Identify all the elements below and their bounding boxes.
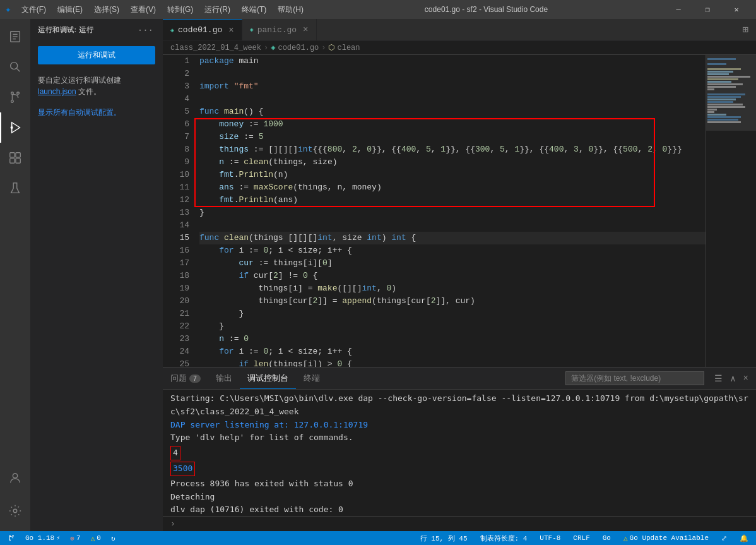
line-ending-status[interactable]: CRLF: [570, 534, 592, 542]
extensions-icon[interactable]: [0, 143, 30, 173]
minimap[interactable]: [706, 55, 756, 367]
panic-tab[interactable]: ◈ panic.go ×: [242, 19, 317, 40]
line-num-25: 25: [163, 358, 189, 367]
code-line-5[interactable]: func main() {: [199, 105, 706, 118]
maximize-button[interactable]: ❐: [693, 0, 722, 19]
close-button[interactable]: ✕: [722, 0, 751, 19]
breadcrumb-part-1[interactable]: class_2022_01_4_week: [170, 44, 261, 52]
svg-rect-13: [16, 153, 20, 157]
line-num-2: 2: [163, 68, 189, 80]
code-line-24[interactable]: for i := 0; i < size; i++ {: [199, 345, 706, 358]
sidebar-header: 运行和调试: 运行 ···: [30, 19, 163, 41]
panel-list-view-button[interactable]: ☰: [712, 372, 725, 385]
account-icon[interactable]: [0, 463, 30, 493]
code-line-23[interactable]: n := 0: [199, 333, 706, 345]
code-line-2[interactable]: [199, 68, 706, 80]
terminal-prompt-icon: ›: [170, 519, 175, 529]
code-line-6[interactable]: money := 1000: [199, 118, 706, 131]
minimize-button[interactable]: —: [664, 0, 693, 19]
problems-label: 问题: [170, 373, 187, 384]
code-line-4[interactable]: [199, 93, 706, 105]
code-line-16[interactable]: for i := 0; i < size; i++ {: [199, 244, 706, 257]
debug-console-output: Starting: C:\Users\MSI\go\bin\dlv.exe da…: [163, 390, 756, 516]
test-icon[interactable]: [0, 173, 30, 203]
notification-status[interactable]: 🔔: [737, 534, 751, 542]
menu-view[interactable]: 查看(V): [126, 2, 161, 18]
terminal-label: 终端: [304, 373, 320, 384]
line-num-3: 3: [163, 80, 189, 93]
code-line-17[interactable]: cur := things[i][0]: [199, 257, 706, 270]
menu-bar: 文件(F) 编辑(E) 选择(S) 查看(V) 转到(G) 运行(R) 终端(T…: [16, 2, 309, 18]
panel-collapse-button[interactable]: ∧: [728, 372, 738, 385]
panic-tab-close[interactable]: ×: [303, 25, 308, 35]
code-line-19[interactable]: things[i] = make([][]int, 0): [199, 282, 706, 295]
problems-panel-tab[interactable]: 问题 7: [163, 368, 208, 389]
line-num-23: 23: [163, 333, 189, 345]
remote-status[interactable]: ⤢: [719, 534, 729, 542]
window-controls: — ❐ ✕: [664, 0, 751, 19]
code-line-15[interactable]: func clean(things [][][]int, size int) i…: [199, 232, 706, 244]
run-debug-icon[interactable]: [0, 112, 30, 143]
errors-status[interactable]: ⊗ 7 △ 0: [68, 534, 103, 542]
encoding-status[interactable]: UTF-8: [537, 534, 563, 542]
debug-console-input[interactable]: [178, 519, 748, 529]
code-line-12[interactable]: fmt.Println(ans): [199, 194, 706, 207]
run-debug-button[interactable]: 运行和调试: [38, 46, 155, 64]
go-version-status[interactable]: Go 1.18 ⚡: [23, 534, 62, 542]
update-status[interactable]: △ Go Update Available: [621, 534, 711, 542]
tab-size-status[interactable]: 制表符长度: 4: [478, 534, 530, 543]
search-activity-icon[interactable]: [0, 52, 30, 82]
statusbar-left: Go 1.18 ⚡ ⊗ 7 △ 0 ↻: [5, 534, 118, 542]
code-line-14[interactable]: [199, 219, 706, 232]
problems-badge: 7: [189, 374, 201, 383]
code-line-8[interactable]: things := [][][]int{{{800, 2, 0}}, {{400…: [199, 143, 706, 156]
breadcrumb-part-2[interactable]: ◈code01.go: [271, 43, 319, 52]
code-line-22[interactable]: }: [199, 320, 706, 333]
code-line-7[interactable]: size := 5: [199, 131, 706, 143]
settings-icon[interactable]: [0, 496, 30, 526]
menu-run[interactable]: 运行(R): [199, 2, 235, 18]
line-num-22: 22: [163, 320, 189, 333]
code-line-11[interactable]: ans := maxScore(things, n, money): [199, 181, 706, 194]
vscode-icon: ✦: [5, 3, 11, 16]
menu-select[interactable]: 选择(S): [89, 2, 124, 18]
output-panel-tab[interactable]: 输出: [208, 368, 240, 389]
source-control-icon[interactable]: [0, 82, 30, 112]
sync-status[interactable]: ↻: [109, 534, 118, 542]
debug-output-line-5: Process 8936 has exited with status 0: [170, 477, 748, 491]
code-line-21[interactable]: }: [199, 308, 706, 320]
menu-help[interactable]: 帮助(H): [273, 2, 309, 18]
code-line-25[interactable]: if len(things[i]) > 0 {: [199, 358, 706, 367]
breadcrumb-part-3[interactable]: ⬡clean: [328, 43, 360, 52]
explorer-icon[interactable]: [0, 21, 30, 52]
code-line-13[interactable]: }: [199, 207, 706, 219]
terminal-panel-tab[interactable]: 终端: [296, 368, 328, 389]
code01-tab[interactable]: ◈ code01.go ×: [163, 19, 242, 40]
show-all-configs-link[interactable]: 显示所有自动调试配置。: [30, 102, 163, 123]
sidebar-info-suffix: 文件。: [76, 87, 101, 96]
code01-tab-close[interactable]: ×: [228, 25, 233, 35]
code-line-1[interactable]: package main: [199, 55, 706, 68]
panel-close-button[interactable]: ×: [741, 372, 751, 385]
menu-terminal[interactable]: 终端(T): [237, 2, 271, 18]
menu-file[interactable]: 文件(F): [16, 2, 51, 18]
sidebar-more-button[interactable]: ···: [136, 24, 155, 37]
menu-goto[interactable]: 转到(G): [162, 2, 198, 18]
code-line-9[interactable]: n := clean(things, size): [199, 156, 706, 169]
code-line-18[interactable]: if cur[2] != 0 {: [199, 270, 706, 282]
panel-filter-input[interactable]: [565, 371, 704, 385]
line-num-15: 15: [163, 232, 189, 244]
debug-console-panel-tab[interactable]: 调试控制台: [240, 368, 296, 389]
language-mode-status[interactable]: Go: [600, 534, 613, 542]
titlebar: ✦ 文件(F) 编辑(E) 选择(S) 查看(V) 转到(G) 运行(R) 终端…: [0, 0, 756, 19]
menu-edit[interactable]: 编辑(E): [52, 2, 88, 18]
source-control-status[interactable]: [5, 534, 18, 542]
debug-output-line-7: dlv dap (10716) exited with code: 0: [170, 503, 748, 516]
code-line-20[interactable]: things[cur[2]] = append(things[cur[2]], …: [199, 295, 706, 308]
code-line-10[interactable]: fmt.Println(n): [199, 169, 706, 181]
code-line-3[interactable]: import "fmt": [199, 80, 706, 93]
code-editor[interactable]: package main import "fmt" func main() { …: [194, 55, 706, 367]
launch-json-link[interactable]: launch.json: [38, 87, 76, 96]
split-editor-button[interactable]: ⊞: [740, 23, 751, 36]
cursor-position[interactable]: 行 15, 列 45: [418, 534, 470, 543]
